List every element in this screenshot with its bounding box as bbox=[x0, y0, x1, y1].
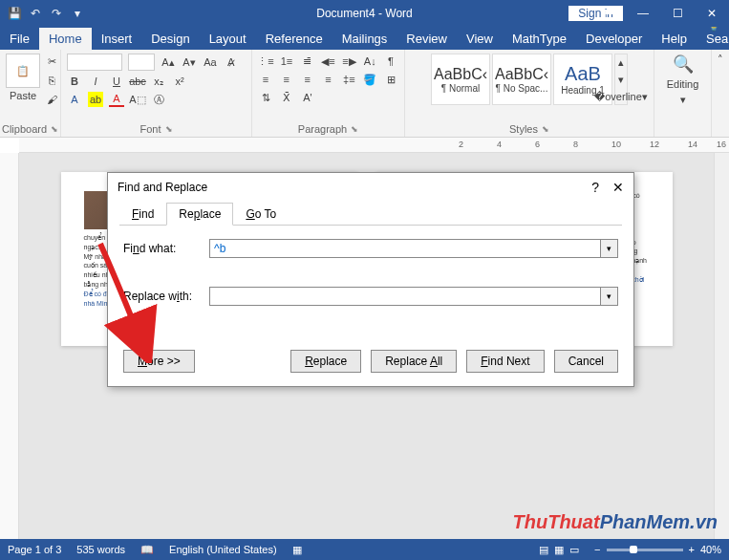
status-words[interactable]: 535 words bbox=[76, 544, 125, 555]
view-read-icon[interactable]: ▤ bbox=[539, 544, 548, 556]
collapse-ribbon-icon[interactable]: ˄ bbox=[712, 50, 729, 137]
status-language[interactable]: English (United States) bbox=[169, 544, 277, 555]
font-color-icon[interactable]: A bbox=[109, 92, 124, 107]
cancel-button[interactable]: Cancel bbox=[554, 350, 618, 373]
ribbon-options-icon[interactable]: ⬒ bbox=[591, 0, 626, 27]
styles-down-icon[interactable]: ▾ bbox=[618, 74, 624, 86]
tab-home[interactable]: Home bbox=[39, 28, 92, 50]
status-spellcheck-icon[interactable]: 📖 bbox=[140, 544, 154, 556]
editing-label: Editing bbox=[667, 78, 699, 90]
justify-icon[interactable]: ≡ bbox=[321, 72, 336, 87]
numbering-icon[interactable]: 1≡ bbox=[279, 54, 294, 69]
decrease-indent-icon[interactable]: ◀≡ bbox=[321, 54, 336, 69]
increase-indent-icon[interactable]: ≡▶ bbox=[341, 54, 356, 69]
italic-icon[interactable]: I bbox=[88, 74, 103, 89]
horizontal-ruler[interactable]: 2 4 6 8 10 12 14 16 bbox=[19, 138, 729, 153]
align-center-icon[interactable]: ≡ bbox=[279, 72, 294, 87]
view-print-icon[interactable]: ▦ bbox=[554, 544, 564, 556]
shrink-font-icon[interactable]: A▾ bbox=[182, 54, 197, 70]
tab-review[interactable]: Review bbox=[397, 28, 457, 50]
distribute-icon[interactable]: X̄ bbox=[279, 90, 294, 105]
styles-up-icon[interactable]: ▴ bbox=[618, 56, 624, 69]
character-shading-icon[interactable]: A⬚ bbox=[130, 92, 145, 107]
dialog-title: Find and Replace bbox=[118, 181, 207, 194]
find-icon[interactable]: 🔍 bbox=[673, 54, 694, 75]
bullets-icon[interactable]: ⋮≡ bbox=[258, 54, 273, 69]
tab-file[interactable]: File bbox=[0, 28, 39, 50]
dialog-help-icon[interactable]: ? bbox=[591, 180, 599, 195]
align-right-icon[interactable]: ≡ bbox=[300, 72, 315, 87]
tab-design[interactable]: Design bbox=[141, 28, 199, 50]
align-left-icon[interactable]: ≡ bbox=[258, 72, 273, 87]
minimize-button[interactable]: — bbox=[626, 0, 660, 27]
replace-all-button[interactable]: Replace All bbox=[371, 350, 457, 373]
tab-references[interactable]: Reference bbox=[256, 28, 332, 50]
paste-button[interactable]: 📋 bbox=[6, 54, 40, 88]
undo-icon[interactable]: ↶ bbox=[29, 7, 42, 20]
enclose-icon[interactable]: Ⓐ bbox=[151, 92, 166, 107]
superscript-icon[interactable]: x² bbox=[172, 74, 187, 89]
tab-layout[interactable]: Layout bbox=[200, 28, 256, 50]
zoom-out-icon[interactable]: − bbox=[594, 544, 600, 555]
dialog-tab-goto[interactable]: Go To bbox=[233, 203, 289, 226]
style-normal[interactable]: AaBbC‹ ¶ Normal bbox=[431, 54, 490, 105]
zoom-in-icon[interactable]: + bbox=[689, 544, 695, 555]
change-case-icon[interactable]: Aa bbox=[203, 54, 218, 70]
tab-view[interactable]: View bbox=[457, 28, 503, 50]
strike-icon[interactable]: abc bbox=[130, 74, 145, 89]
tab-insert[interactable]: Insert bbox=[92, 28, 142, 50]
line-spacing-icon[interactable]: ‡≡ bbox=[341, 72, 356, 87]
zoom-level[interactable]: 40% bbox=[700, 544, 721, 555]
replace-with-input[interactable] bbox=[209, 287, 601, 306]
status-macros-icon[interactable]: ▦ bbox=[292, 544, 302, 556]
borders-icon[interactable]: ⊞ bbox=[383, 72, 398, 87]
style-no-spacing[interactable]: AaBbC‹ ¶ No Spac... bbox=[492, 54, 551, 105]
editing-dropdown-icon[interactable]: ▾ bbox=[680, 94, 686, 106]
more-button[interactable]: More >> bbox=[123, 350, 195, 373]
styles-gallery[interactable]: AaBbC‹ ¶ Normal AaBbC‹ ¶ No Spac... AaB … bbox=[431, 54, 628, 105]
font-size-combo[interactable] bbox=[128, 54, 155, 71]
multilevel-icon[interactable]: ≡̄ bbox=[300, 54, 315, 69]
zoom-slider[interactable] bbox=[607, 549, 683, 551]
maximize-button[interactable]: ☐ bbox=[660, 0, 695, 27]
replace-with-dropdown-icon[interactable]: ▾ bbox=[601, 287, 618, 306]
dialog-tab-find[interactable]: Find bbox=[119, 203, 166, 226]
replace-button[interactable]: Replace bbox=[290, 350, 361, 373]
close-button[interactable]: ✕ bbox=[695, 0, 729, 27]
find-what-dropdown-icon[interactable]: ▾ bbox=[601, 239, 618, 258]
autosave-icon[interactable]: 💾 bbox=[8, 7, 21, 20]
grow-font-icon[interactable]: A▴ bbox=[161, 54, 176, 70]
status-page[interactable]: Page 1 of 3 bbox=[8, 544, 61, 555]
show-marks-icon[interactable]: ¶ bbox=[383, 54, 398, 69]
shading-icon[interactable]: 🪣 bbox=[362, 72, 377, 87]
format-painter-icon[interactable]: 🖌 bbox=[44, 92, 59, 107]
view-web-icon[interactable]: ▭ bbox=[569, 544, 579, 556]
dialog-close-icon[interactable]: ✕ bbox=[612, 180, 624, 195]
highlight-icon[interactable]: ab bbox=[88, 92, 103, 107]
vertical-ruler[interactable] bbox=[0, 153, 19, 539]
redo-icon[interactable]: ↷ bbox=[50, 7, 63, 20]
tab-help[interactable]: Help bbox=[652, 28, 697, 50]
find-next-button[interactable]: Find Next bbox=[466, 350, 544, 373]
phonetic-icon[interactable]: A' bbox=[300, 90, 315, 105]
status-bar: Page 1 of 3 535 words 📖 English (United … bbox=[0, 539, 729, 560]
tab-mathtype[interactable]: MathType bbox=[503, 28, 576, 50]
text-effects-icon[interactable]: A bbox=[67, 92, 82, 107]
subscript-icon[interactable]: x₂ bbox=[151, 74, 166, 89]
clear-format-icon[interactable]: A̷ bbox=[224, 54, 239, 70]
asian-layout-icon[interactable]: ⇅ bbox=[258, 90, 273, 105]
cut-icon[interactable]: ✂ bbox=[44, 54, 59, 69]
tab-mailings[interactable]: Mailings bbox=[332, 28, 397, 50]
vertical-scrollbar[interactable] bbox=[714, 153, 729, 539]
copy-icon[interactable]: ⎘ bbox=[44, 73, 59, 88]
styles-more-icon[interactable]: �overline▾ bbox=[594, 91, 648, 103]
find-what-input[interactable] bbox=[209, 239, 601, 258]
dialog-tab-replace[interactable]: Replace bbox=[166, 203, 233, 226]
tab-developer[interactable]: Developer bbox=[576, 28, 652, 50]
bold-icon[interactable]: B bbox=[67, 74, 82, 89]
replace-with-label: Replace with: bbox=[123, 290, 209, 303]
font-name-combo[interactable] bbox=[67, 54, 122, 71]
underline-icon[interactable]: U bbox=[109, 74, 124, 89]
sort-icon[interactable]: A↓ bbox=[362, 54, 377, 69]
qat-dropdown-icon[interactable]: ▾ bbox=[71, 7, 84, 20]
